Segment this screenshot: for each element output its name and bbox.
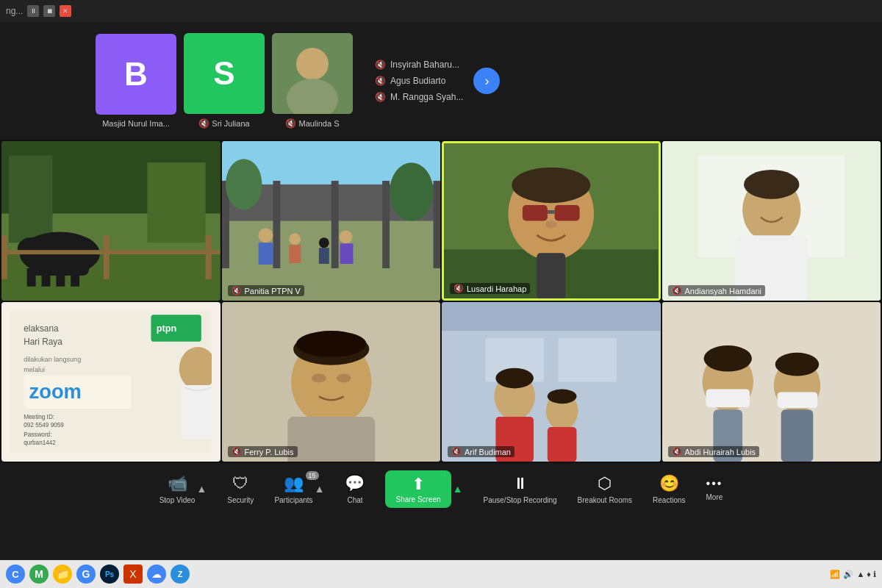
taskbar-coreldraw[interactable]: X (123, 564, 143, 584)
taskbar-cloud[interactable]: ☁ (147, 564, 166, 584)
svg-point-33 (339, 230, 352, 243)
taskbar-time: ▲ ♦ ℹ (856, 570, 876, 579)
security-btn[interactable]: 🛡 Security (227, 474, 254, 504)
svg-text:melalui: melalui (24, 366, 45, 373)
svg-rect-17 (206, 235, 212, 279)
stop-btn[interactable]: ⏹ (43, 5, 55, 17)
reactions-btn[interactable]: 😊 Reactions (653, 474, 685, 504)
share-screen-label: Share Screen (395, 495, 440, 503)
svg-rect-11 (42, 268, 51, 287)
window-title: ng... (6, 6, 23, 16)
window-top-bar: ng... ⏸ ⏹ ✕ (0, 0, 882, 22)
svg-rect-93 (781, 409, 813, 462)
close-btn[interactable]: ✕ (60, 5, 71, 17)
svg-rect-81 (548, 427, 577, 462)
video-cell-abdi: 🔇 Abdi Hurairah Lubis (662, 302, 881, 462)
share-screen-group[interactable]: ⬆ Share Screen ▲ (385, 470, 462, 508)
svg-point-85 (548, 389, 577, 404)
taskbar-docs[interactable]: G (76, 564, 96, 584)
svg-point-1 (296, 48, 329, 80)
mic-off-icon: 🔇 (375, 60, 386, 70)
svg-rect-40 (523, 205, 548, 220)
participant-photo (272, 33, 353, 114)
stop-video-group[interactable]: 📹 Stop Video ▲ (159, 474, 207, 504)
svg-rect-26 (382, 181, 390, 268)
svg-text:dilakukan langsung: dilakukan langsung (24, 356, 81, 363)
svg-rect-13 (71, 268, 79, 287)
taskbar-zoom[interactable]: Z (171, 564, 190, 584)
share-screen-btn[interactable]: ⬆ Share Screen (385, 470, 451, 508)
video-cell-slide: elaksana Hari Raya dilakukan langsung me… (1, 302, 220, 462)
participant-name: M. Rangga Syah... (390, 92, 463, 102)
cell-label-panitia: 🔇 Panitia PTPN V (228, 285, 304, 296)
participant-name: Maulinda S (298, 119, 339, 128)
more-participants-btn[interactable]: › (473, 68, 500, 94)
taskbar-ps[interactable]: Ps (100, 564, 119, 584)
svg-rect-18 (1, 250, 220, 254)
svg-point-29 (289, 233, 301, 245)
participant-sri[interactable]: S 🔇 Sri Juliana (184, 33, 265, 129)
svg-rect-42 (548, 210, 555, 214)
svg-rect-32 (318, 248, 329, 264)
taskbar-meet[interactable]: M (29, 564, 49, 584)
mic-off-icon: 🔇 (453, 284, 464, 293)
participant-cell-name: Abdi Hurairah Lubis (685, 448, 756, 456)
participant-cell-name: Ferry P. Lubis (245, 448, 294, 456)
participants-caret[interactable]: ▲ (315, 483, 325, 495)
participant-avatar: S (184, 33, 265, 114)
svg-point-94 (703, 345, 751, 372)
svg-rect-7 (147, 162, 205, 243)
stop-video-btn[interactable]: 📹 Stop Video (159, 474, 196, 504)
stop-video-label: Stop Video (159, 496, 196, 504)
breakout-btn[interactable]: ⬡ Breakout Rooms (578, 474, 632, 504)
svg-point-36 (225, 159, 262, 209)
svg-text:elaksana: elaksana (24, 323, 59, 334)
svg-text:qurban1442: qurban1442 (24, 440, 56, 446)
svg-point-44 (512, 168, 590, 204)
svg-rect-24 (273, 181, 280, 268)
stop-video-caret[interactable]: ▲ (196, 483, 207, 495)
svg-rect-6 (9, 155, 52, 243)
participant-name: Sri Juliana (212, 119, 249, 128)
chat-btn[interactable]: 💬 Chat (345, 474, 365, 504)
participant-name: Agus Budiarto (390, 76, 445, 86)
participants-group[interactable]: 👥 15 Participants ▲ (274, 474, 324, 504)
participants-btn[interactable]: 👥 15 Participants (274, 474, 312, 504)
video-cell-outdoor: 🔇 Panitia PTPN V (222, 141, 441, 301)
svg-text:092 5549 9059: 092 5549 9059 (24, 422, 64, 429)
taskbar-chrome[interactable]: C (6, 564, 25, 584)
svg-point-31 (318, 237, 329, 248)
mic-off-icon: 🔇 (672, 447, 682, 456)
participant-cell-name: Andiansyah Hamdani (685, 287, 762, 295)
participant-cell-name: Panitia PTPN V (245, 287, 301, 295)
taskbar-right: 📶 🔊 ▲ ♦ ℹ (830, 570, 876, 579)
share-screen-caret[interactable]: ▲ (453, 483, 463, 495)
svg-point-14 (18, 237, 44, 259)
svg-rect-69 (287, 417, 375, 462)
more-btn[interactable]: ••• More (706, 477, 723, 501)
mic-off-icon: 🔇 (375, 92, 386, 102)
svg-rect-45 (537, 253, 565, 298)
cell-label-lusardi: 🔇 Lusardi Harahap (450, 283, 530, 294)
taskbar-volume-icon: 🔊 (843, 570, 853, 579)
video-icon: 📹 (168, 474, 187, 493)
svg-rect-16 (104, 235, 110, 279)
svg-rect-41 (555, 205, 580, 220)
pause-btn[interactable]: ⏸ (27, 5, 39, 17)
svg-point-73 (296, 331, 366, 357)
svg-rect-28 (258, 243, 273, 265)
svg-rect-12 (56, 268, 65, 287)
mic-off-icon: 🔇 (232, 286, 242, 295)
mic-off-icon: 🔇 (285, 118, 296, 129)
security-label: Security (227, 496, 254, 504)
cell-label-andiansyah: 🔇 Andiansyah Hamdani (668, 285, 766, 296)
pause-recording-btn[interactable]: ⏸ Pause/Stop Recording (484, 474, 557, 504)
cell-label-arif: 🔇 Arif Budiman (448, 446, 514, 457)
taskbar-network-icon: 📶 (830, 570, 840, 579)
participant-masjid[interactable]: B Masjid Nurul Ima... (96, 34, 176, 128)
participants-badge: 15 (306, 471, 319, 480)
video-grid: 🔇 Panitia PTPN V (0, 140, 882, 463)
video-cell-lusardi: 🔇 Lusardi Harahap (442, 141, 661, 301)
participant-maulinda[interactable]: 🔇 Maulinda S (272, 33, 353, 129)
taskbar-files[interactable]: 📁 (53, 564, 72, 584)
